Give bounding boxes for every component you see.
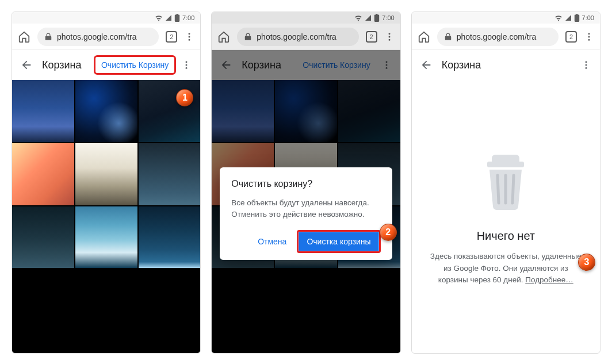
photo-thumbnail[interactable]: [139, 206, 201, 269]
url-text: photos.google.com/tra: [257, 32, 336, 41]
url-field[interactable]: photos.google.com/tra: [237, 28, 358, 46]
svg-point-17: [585, 67, 587, 69]
cancel-button[interactable]: Отмена: [252, 232, 292, 251]
photo-thumbnail[interactable]: [12, 143, 74, 205]
svg-line-19: [498, 175, 499, 203]
home-icon[interactable]: [18, 30, 30, 43]
step-badge-3: 3: [578, 254, 595, 271]
app-bar: Корзина: [412, 50, 600, 80]
status-bar: 7:00: [212, 12, 400, 24]
svg-point-13: [588, 36, 590, 37]
home-icon[interactable]: [418, 30, 430, 43]
photo-thumbnail: [212, 80, 274, 142]
photo-thumbnail[interactable]: [12, 80, 74, 142]
svg-point-8: [388, 39, 390, 40]
photo-thumbnail[interactable]: [75, 206, 137, 269]
photo-thumbnail[interactable]: [75, 80, 137, 142]
svg-line-21: [512, 175, 514, 203]
phone-screen-2: 7:00 photos.google.com/tra 2 Корзина Очи…: [211, 12, 400, 354]
wifi-icon: [155, 14, 163, 21]
url-field[interactable]: photos.google.com/tra: [437, 28, 559, 46]
status-bar: 7:00: [412, 12, 600, 24]
back-arrow-icon[interactable]: [19, 59, 34, 71]
svg-point-11: [385, 67, 387, 69]
photo-grid: [12, 80, 200, 353]
lock-icon: [244, 33, 252, 41]
battery-icon: [174, 14, 180, 22]
empty-trash-button[interactable]: Очистить Корзину: [94, 55, 176, 75]
svg-point-5: [186, 67, 188, 69]
tabs-button[interactable]: 2: [366, 31, 377, 43]
empty-state: Ничего нет Здесь показываются объекты, у…: [412, 80, 600, 353]
lock-icon: [44, 33, 52, 41]
svg-point-14: [588, 39, 590, 40]
dialog-title: Очистить корзину?: [231, 179, 380, 189]
status-time: 7:00: [182, 14, 194, 21]
photo-thumbnail[interactable]: [12, 206, 74, 269]
app-menu-icon[interactable]: [380, 60, 393, 70]
url-field[interactable]: photos.google.com/tra: [37, 28, 159, 46]
url-text: photos.google.com/tra: [457, 32, 537, 41]
photo-thumbnail[interactable]: [139, 80, 201, 142]
page-title: Корзина: [442, 59, 481, 71]
svg-point-9: [385, 61, 387, 63]
signal-icon: [565, 14, 572, 21]
step-badge-2: 2: [380, 224, 397, 241]
phone-screen-1: 7:00 photos.google.com/tra 2 Корзина Очи…: [12, 12, 201, 354]
app-bar: Корзина Очистить Корзину: [212, 50, 400, 80]
browser-menu-icon[interactable]: [184, 32, 194, 42]
svg-point-7: [388, 36, 390, 37]
page-title: Корзина: [42, 59, 82, 71]
battery-icon: [574, 14, 580, 22]
home-icon[interactable]: [217, 30, 230, 43]
trash-bin-icon: [471, 147, 540, 216]
signal-icon: [165, 14, 172, 21]
photo-thumbnail: [275, 80, 337, 142]
svg-point-10: [385, 64, 387, 66]
back-arrow-icon[interactable]: [219, 59, 234, 71]
wifi-icon: [354, 14, 362, 21]
phone-screen-3: 7:00 photos.google.com/tra 2 Корзина: [411, 12, 600, 354]
status-time: 7:00: [382, 14, 394, 21]
tabs-button[interactable]: 2: [166, 31, 177, 43]
lock-icon: [444, 33, 452, 41]
browser-url-bar: photos.google.com/tra 2: [12, 24, 200, 50]
svg-point-4: [186, 64, 188, 66]
battery-icon: [374, 14, 380, 22]
confirm-dialog: Очистить корзину? Все объекты будут удал…: [220, 167, 392, 260]
page-title: Корзина: [242, 59, 281, 71]
back-arrow-icon[interactable]: [419, 59, 434, 71]
browser-menu-icon[interactable]: [584, 32, 594, 42]
browser-url-bar: photos.google.com/tra 2: [412, 24, 600, 50]
svg-point-1: [189, 36, 190, 37]
dialog-body: Все объекты будут удалены навсегда. Отме…: [231, 197, 380, 220]
svg-point-16: [585, 64, 587, 66]
svg-point-12: [588, 33, 590, 35]
empty-heading: Ничего нет: [477, 229, 535, 243]
browser-menu-icon[interactable]: [384, 32, 395, 42]
svg-point-2: [189, 39, 190, 40]
signal-icon: [365, 14, 372, 21]
photo-thumbnail[interactable]: [139, 143, 201, 205]
learn-more-link[interactable]: Подробнее…: [525, 275, 573, 284]
app-bar: Корзина Очистить Корзину: [12, 50, 200, 80]
status-time: 7:00: [582, 14, 594, 21]
url-text: photos.google.com/tra: [57, 32, 137, 41]
svg-point-6: [388, 33, 390, 35]
confirm-empty-button[interactable]: Очистка корзины: [297, 230, 380, 253]
wifi-icon: [554, 14, 563, 21]
status-bar: 7:00: [12, 12, 200, 24]
svg-point-15: [585, 61, 587, 63]
empty-trash-button[interactable]: Очистить Корзину: [297, 57, 376, 73]
app-menu-icon[interactable]: [579, 60, 593, 70]
svg-point-3: [186, 61, 188, 63]
app-menu-icon[interactable]: [179, 60, 193, 70]
tabs-button[interactable]: 2: [565, 31, 577, 43]
svg-point-0: [189, 33, 190, 35]
empty-body: Здесь показываются объекты, удаленные из…: [428, 251, 584, 287]
svg-rect-18: [487, 162, 524, 167]
browser-url-bar: photos.google.com/tra 2: [212, 24, 400, 50]
photo-thumbnail[interactable]: [75, 143, 137, 205]
photo-thumbnail: [338, 80, 400, 142]
